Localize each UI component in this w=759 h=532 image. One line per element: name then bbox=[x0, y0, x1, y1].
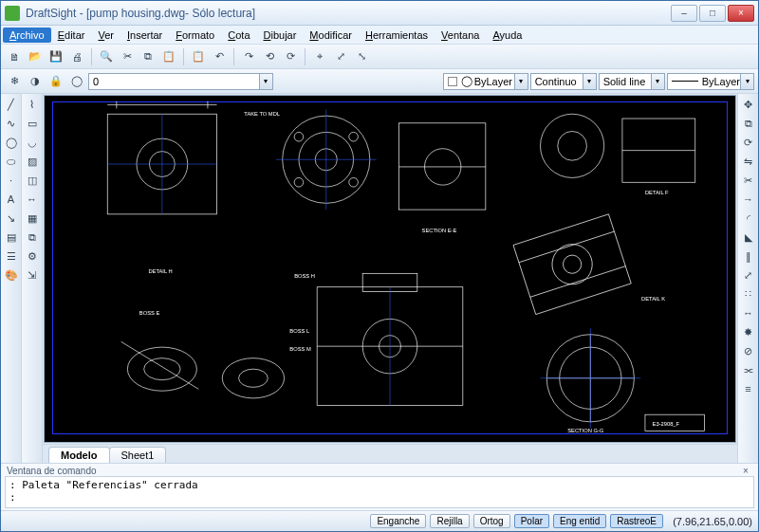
svg-text:DETAIL H: DETAIL H bbox=[148, 268, 172, 274]
color-dropdown[interactable]: ◯ ByLayer ▾ bbox=[443, 73, 528, 90]
menubar: ArchivoEditarVerInsertarFormatoCotaDibuj… bbox=[1, 26, 758, 45]
cut-icon[interactable]: ✂ bbox=[118, 47, 137, 66]
layer-toggle-icon[interactable]: ◑ bbox=[26, 72, 45, 91]
tab-modelo[interactable]: Modelo bbox=[48, 447, 110, 463]
select-match-icon[interactable]: ⌖ bbox=[310, 47, 329, 66]
copy-entity-icon[interactable]: ⧉ bbox=[740, 115, 757, 132]
leader-icon[interactable]: ↘ bbox=[3, 210, 20, 227]
plotstyle-dropdown[interactable]: ByLayer ▾ bbox=[667, 73, 754, 90]
svg-point-21 bbox=[546, 239, 597, 289]
menu-cota[interactable]: Cota bbox=[221, 28, 256, 43]
menu-editar[interactable]: Editar bbox=[51, 28, 92, 43]
app-icon bbox=[5, 6, 20, 21]
layer-lock-icon[interactable]: 🔒 bbox=[46, 72, 65, 91]
copy-icon[interactable]: ⧉ bbox=[139, 47, 157, 66]
scale-icon[interactable]: ⤢ bbox=[740, 266, 757, 284]
new-file-icon[interactable]: 🗎 bbox=[5, 47, 24, 66]
menu-herramientas[interactable]: Herramientas bbox=[359, 28, 435, 43]
layer-manager-icon[interactable]: ☰ bbox=[3, 248, 20, 265]
mirror-icon[interactable]: ⇋ bbox=[740, 153, 757, 170]
drawing-area-wrap: BOSS H DETAIL H DETAIL F DETAIL K SECTIO… bbox=[43, 94, 737, 463]
status-ortog[interactable]: Ortog bbox=[473, 514, 510, 528]
break-icon[interactable]: ⊘ bbox=[740, 342, 757, 359]
linetype-dropdown[interactable]: Continuo ▾ bbox=[530, 73, 597, 90]
status-eng-entid[interactable]: Eng entid bbox=[553, 514, 606, 528]
stretch-icon[interactable]: ↔ bbox=[740, 304, 757, 321]
chamfer-icon[interactable]: ◣ bbox=[740, 229, 757, 246]
fillet-icon[interactable]: ◜ bbox=[740, 210, 757, 227]
app-window: DraftSight - [pump housing.dwg- Sólo lec… bbox=[0, 0, 759, 532]
layer-dropdown[interactable]: 0 ▾ bbox=[88, 73, 273, 90]
print-icon[interactable]: 🖨 bbox=[67, 47, 86, 66]
status-rejilla[interactable]: Rejilla bbox=[430, 514, 469, 528]
status-enganche[interactable]: Enganche bbox=[370, 514, 426, 528]
properties-icon[interactable]: ⚙ bbox=[24, 248, 41, 265]
lineweight-dropdown[interactable]: Solid line ▾ bbox=[599, 73, 665, 90]
clipboard-icon[interactable]: 📋 bbox=[189, 47, 208, 66]
svg-line-24 bbox=[530, 266, 625, 298]
external-ref-icon[interactable]: ⇲ bbox=[24, 266, 41, 284]
layer-color-icon[interactable]: ◯ bbox=[67, 72, 86, 91]
left-draw-toolbar-2: ⌇▭◡▨◫↔▦⧉⚙⇲ bbox=[22, 94, 43, 463]
zoom-window-icon[interactable]: ⤢ bbox=[331, 47, 350, 66]
arc-icon[interactable]: ◡ bbox=[24, 134, 41, 151]
zoom-extents-icon[interactable]: ⤡ bbox=[352, 47, 371, 66]
menu-ver[interactable]: Ver bbox=[91, 28, 120, 43]
move-icon[interactable]: ✥ bbox=[740, 96, 757, 113]
rectangle-icon[interactable]: ▭ bbox=[24, 115, 41, 132]
menu-archivo[interactable]: Archivo bbox=[3, 28, 51, 43]
chevron-down-icon: ▾ bbox=[259, 74, 272, 89]
align-icon[interactable]: ≡ bbox=[740, 380, 757, 397]
redo-history-icon[interactable]: ⟳ bbox=[281, 47, 300, 66]
trim-icon[interactable]: ✂ bbox=[740, 172, 757, 189]
menu-ayuda[interactable]: Ayuda bbox=[486, 28, 528, 43]
command-panel-close-icon[interactable]: × bbox=[739, 466, 752, 476]
region-icon[interactable]: ▦ bbox=[24, 210, 41, 227]
menu-insertar[interactable]: Insertar bbox=[120, 28, 169, 43]
redo-icon[interactable]: ↷ bbox=[239, 47, 258, 66]
undo-history-icon[interactable]: ⟲ bbox=[260, 47, 279, 66]
polyline-icon[interactable]: ⌇ bbox=[24, 96, 41, 113]
status-rastreoe[interactable]: RastreoE bbox=[610, 514, 663, 528]
undo-icon[interactable]: ↶ bbox=[210, 47, 229, 66]
array-icon[interactable]: ∷ bbox=[740, 285, 757, 303]
standard-toolbar: 🗎📂💾🖨🔍✂⧉📋📋↶↷⟲⟳⌖⤢⤡ bbox=[1, 45, 758, 69]
offset-icon[interactable]: ‖ bbox=[740, 248, 757, 265]
menu-formato[interactable]: Formato bbox=[169, 28, 221, 43]
close-button[interactable]: × bbox=[728, 5, 754, 22]
hatch-icon[interactable]: ▨ bbox=[24, 153, 41, 170]
minimize-button[interactable]: – bbox=[671, 5, 697, 22]
explode-icon[interactable]: ✸ bbox=[740, 323, 757, 340]
ellipse-icon[interactable]: ⬭ bbox=[3, 153, 20, 170]
menu-ventana[interactable]: Ventana bbox=[435, 28, 486, 43]
text-icon[interactable]: A bbox=[3, 191, 20, 208]
group-icon[interactable]: ⧉ bbox=[24, 229, 41, 246]
menu-dibujar[interactable]: Dibujar bbox=[257, 28, 304, 43]
tab-sheet1[interactable]: Sheet1 bbox=[109, 447, 167, 463]
command-input[interactable]: : Paleta "Referencias" cerrada: bbox=[5, 476, 754, 508]
block-icon[interactable]: ◫ bbox=[24, 172, 41, 189]
properties-toolbar: ❄ ◑ 🔒 ◯ 0 ▾ ◯ ByLayer ▾ Continuo ▾ Solid… bbox=[1, 69, 758, 94]
save-icon[interactable]: 💾 bbox=[46, 47, 65, 66]
point-icon[interactable]: · bbox=[3, 172, 20, 189]
join-icon[interactable]: ⫘ bbox=[740, 361, 757, 378]
dimension-icon[interactable]: ↔ bbox=[24, 191, 41, 208]
status-polar[interactable]: Polar bbox=[514, 514, 549, 528]
menu-modificar[interactable]: Modificar bbox=[303, 28, 359, 43]
paste-icon[interactable]: 📋 bbox=[159, 47, 178, 66]
window-controls: – □ × bbox=[671, 5, 754, 22]
svg-rect-13 bbox=[399, 123, 486, 210]
table-icon[interactable]: ▤ bbox=[3, 229, 20, 246]
circle-icon[interactable]: ◯ bbox=[3, 134, 20, 151]
layer-freeze-icon[interactable]: ❄ bbox=[5, 72, 24, 91]
maximize-button[interactable]: □ bbox=[699, 5, 726, 22]
spline-icon[interactable]: ∿ bbox=[3, 115, 20, 132]
print-preview-icon[interactable]: 🔍 bbox=[97, 47, 116, 66]
line-icon[interactable]: ╱ bbox=[3, 96, 20, 113]
svg-text:BOSS E: BOSS E bbox=[139, 310, 160, 316]
extend-icon[interactable]: → bbox=[740, 191, 757, 208]
rotate-icon[interactable]: ⟳ bbox=[740, 134, 757, 151]
open-file-icon[interactable]: 📂 bbox=[26, 47, 45, 66]
palette-icon[interactable]: 🎨 bbox=[3, 266, 20, 284]
drawing-canvas[interactable]: BOSS H DETAIL H DETAIL F DETAIL K SECTIO… bbox=[44, 95, 736, 443]
